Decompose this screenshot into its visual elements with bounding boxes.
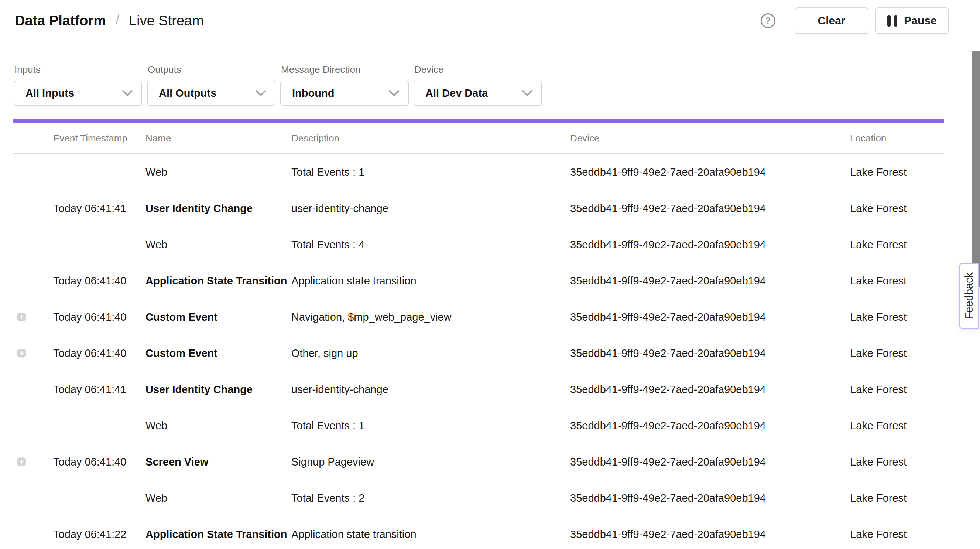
- page-header: Data Platform / Live Stream ? Clear Paus…: [0, 0, 980, 50]
- cell-timestamp: Today 06:41:40: [53, 275, 126, 287]
- table-row[interactable]: + Web Total Events : 1 35eddb41-9ff9-49e…: [13, 407, 944, 444]
- cell-description: Other, sign up: [291, 347, 358, 359]
- cell-device: 35eddb41-9ff9-49e2-7aed-20afa90eb194: [570, 492, 766, 504]
- table-row[interactable]: + Today 06:41:41 User Identity Change us…: [13, 190, 944, 227]
- message-direction-dropdown[interactable]: Inbound: [280, 81, 409, 106]
- device-filter-label: Device: [414, 64, 542, 75]
- cell-description: Application state transition: [291, 275, 417, 287]
- cell-device: 35eddb41-9ff9-49e2-7aed-20afa90eb194: [570, 275, 766, 287]
- pause-button-label: Pause: [904, 14, 936, 27]
- page-title: Live Stream: [129, 13, 204, 29]
- clear-button-label: Clear: [818, 14, 845, 27]
- column-header-device: Device: [570, 132, 599, 144]
- column-header-name: Name: [145, 132, 171, 144]
- event-table-header: Event Timestamp Name Description Device …: [13, 123, 944, 154]
- cell-device: 35eddb41-9ff9-49e2-7aed-20afa90eb194: [570, 420, 766, 432]
- pause-button[interactable]: Pause: [875, 7, 949, 34]
- chevron-down-icon: [256, 90, 266, 96]
- column-header-location: Location: [850, 132, 886, 144]
- cell-name: User Identity Change: [145, 203, 253, 215]
- cell-device: 35eddb41-9ff9-49e2-7aed-20afa90eb194: [570, 311, 766, 323]
- vertical-scrollbar-thumb[interactable]: [972, 51, 980, 287]
- event-table: Event Timestamp Name Description Device …: [13, 123, 944, 549]
- cell-name: Web: [145, 239, 167, 251]
- cell-location: Lake Forest: [850, 203, 907, 215]
- cell-description: Total Events : 1: [291, 166, 364, 179]
- cell-name: Web: [145, 492, 167, 504]
- clear-button[interactable]: Clear: [795, 7, 869, 34]
- accent-bar: [13, 119, 944, 123]
- cell-name: Screen View: [145, 456, 208, 468]
- event-table-body: + Web Total Events : 1 35eddb41-9ff9-49e…: [13, 154, 944, 549]
- table-row[interactable]: + Today 06:41:40 Application State Trans…: [13, 263, 944, 299]
- cell-description: Application state transition: [291, 528, 417, 541]
- cell-timestamp: Today 06:41:40: [53, 347, 126, 359]
- cell-location: Lake Forest: [850, 528, 907, 541]
- breadcrumb: Data Platform / Live Stream: [15, 13, 204, 29]
- cell-timestamp: Today 06:41:41: [53, 203, 126, 215]
- table-row[interactable]: + Web Total Events : 1 35eddb41-9ff9-49e…: [13, 154, 944, 190]
- cell-name: Web: [145, 166, 167, 179]
- cell-name: Custom Event: [145, 311, 218, 323]
- message-direction-filter-label: Message Direction: [281, 64, 409, 75]
- table-row[interactable]: + Today 06:41:41 User Identity Change us…: [13, 371, 944, 407]
- expand-button[interactable]: +: [18, 313, 26, 321]
- cell-name: Application State Transition: [145, 528, 287, 541]
- cell-device: 35eddb41-9ff9-49e2-7aed-20afa90eb194: [570, 528, 766, 541]
- table-row[interactable]: + Today 06:41:40 Custom Event Other, sig…: [13, 335, 944, 371]
- cell-device: 35eddb41-9ff9-49e2-7aed-20afa90eb194: [570, 203, 766, 215]
- cell-description: Total Events : 4: [291, 239, 364, 251]
- cell-timestamp: Today 06:41:41: [53, 383, 126, 396]
- cell-location: Lake Forest: [850, 456, 907, 468]
- cell-description: Signup Pageview: [291, 456, 374, 468]
- column-header-event-timestamp: Event Timestamp: [53, 132, 127, 144]
- chevron-down-icon: [389, 90, 399, 96]
- cell-timestamp: Today 06:41:22: [53, 528, 126, 541]
- filter-bar: Inputs All Inputs Outputs All Outputs Me…: [0, 50, 980, 106]
- cell-device: 35eddb41-9ff9-49e2-7aed-20afa90eb194: [570, 383, 766, 396]
- cell-description: Navigation, $mp_web_page_view: [291, 311, 452, 323]
- pause-icon: [887, 15, 897, 27]
- cell-name: Custom Event: [145, 347, 218, 359]
- device-dropdown-value: All Dev Data: [425, 87, 488, 99]
- expand-button[interactable]: +: [18, 458, 26, 466]
- feedback-tab[interactable]: Feedback: [959, 263, 978, 329]
- inputs-dropdown[interactable]: All Inputs: [14, 81, 142, 106]
- help-icon[interactable]: ?: [760, 13, 775, 28]
- feedback-tab-label: Feedback: [963, 272, 975, 319]
- live-stream-page: Data Platform / Live Stream ? Clear Paus…: [0, 0, 980, 549]
- cell-description: Total Events : 1: [291, 420, 364, 432]
- cell-location: Lake Forest: [850, 311, 907, 323]
- table-row[interactable]: + Web Total Events : 4 35eddb41-9ff9-49e…: [13, 227, 944, 263]
- cell-description: user-identity-change: [291, 383, 388, 396]
- table-row[interactable]: + Today 06:41:22 Application State Trans…: [13, 516, 944, 549]
- cell-name: User Identity Change: [145, 383, 253, 396]
- chevron-down-icon: [522, 90, 533, 96]
- cell-location: Lake Forest: [850, 420, 907, 432]
- cell-device: 35eddb41-9ff9-49e2-7aed-20afa90eb194: [570, 347, 766, 359]
- table-row[interactable]: + Web Total Events : 2 35eddb41-9ff9-49e…: [13, 480, 944, 516]
- inputs-filter-label: Inputs: [14, 64, 142, 75]
- chevron-down-icon: [122, 90, 132, 96]
- header-actions: ? Clear Pause: [760, 7, 949, 34]
- cell-location: Lake Forest: [850, 275, 907, 287]
- table-row[interactable]: + Today 06:41:40 Screen View Signup Page…: [13, 444, 944, 480]
- cell-location: Lake Forest: [850, 166, 907, 179]
- cell-location: Lake Forest: [850, 383, 907, 396]
- inputs-dropdown-value: All Inputs: [25, 87, 74, 99]
- cell-location: Lake Forest: [850, 492, 907, 504]
- cell-description: user-identity-change: [291, 203, 388, 215]
- expand-button[interactable]: +: [18, 349, 26, 357]
- device-dropdown[interactable]: All Dev Data: [414, 81, 542, 106]
- cell-location: Lake Forest: [850, 347, 907, 359]
- cell-timestamp: Today 06:41:40: [53, 311, 126, 323]
- cell-location: Lake Forest: [850, 239, 907, 251]
- column-header-description: Description: [291, 132, 339, 144]
- outputs-dropdown[interactable]: All Outputs: [147, 81, 275, 106]
- cell-name: Web: [145, 420, 167, 432]
- table-row[interactable]: + Today 06:41:40 Custom Event Navigation…: [13, 299, 944, 335]
- cell-device: 35eddb41-9ff9-49e2-7aed-20afa90eb194: [570, 239, 766, 251]
- cell-device: 35eddb41-9ff9-49e2-7aed-20afa90eb194: [570, 166, 766, 179]
- cell-device: 35eddb41-9ff9-49e2-7aed-20afa90eb194: [570, 456, 766, 468]
- breadcrumb-data-platform[interactable]: Data Platform: [15, 13, 106, 29]
